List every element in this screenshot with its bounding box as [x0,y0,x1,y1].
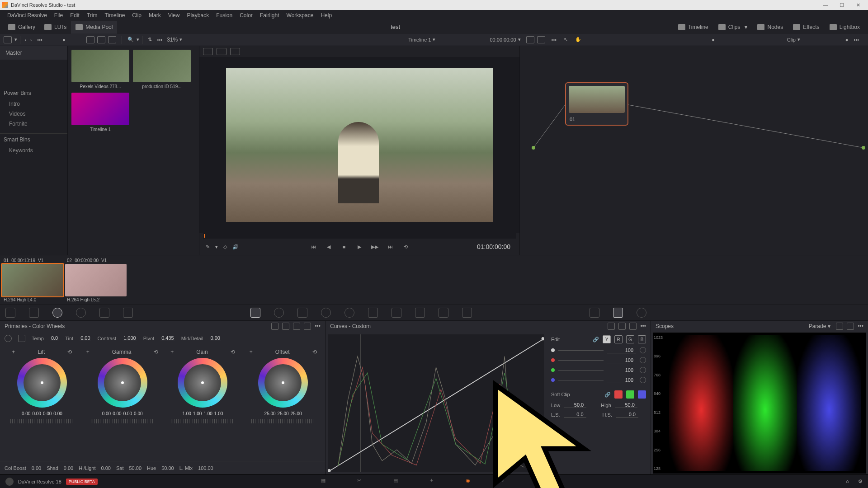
link-icon[interactable]: 🔗 [593,337,599,343]
first-frame-button[interactable]: ⏮ [309,243,317,251]
stop-button[interactable]: ■ [340,243,348,251]
gallery-button[interactable]: Gallery [4,21,40,33]
menu-fairlight[interactable]: Fairlight [256,12,283,19]
link-icon[interactable]: 🔗 [604,392,611,398]
timeline-name[interactable]: Timeline 1 [408,37,431,42]
menu-trim[interactable]: Trim [83,12,101,19]
channel-b[interactable]: B [638,335,646,343]
scrubber[interactable] [203,233,516,239]
close-button[interactable]: ✕ [850,0,866,10]
reset-icon[interactable] [640,377,646,383]
scopes-mode[interactable]: Parade [809,323,826,329]
more-icon[interactable]: ••• [37,37,42,42]
channel-r[interactable]: R [614,335,623,343]
bars-mode-icon[interactable] [282,323,289,330]
camera-raw-icon[interactable] [5,308,15,318]
expand-icon[interactable] [618,323,626,330]
home-icon[interactable] [5,478,14,486]
bin-intro[interactable]: Intro [0,99,67,109]
zoom-value[interactable]: 31% [167,37,178,43]
node-01[interactable]: 01 [565,82,628,126]
pointer-icon[interactable]: ↖ [564,37,568,42]
grid-view-icon[interactable] [97,36,105,43]
bin-view-icon[interactable] [4,36,12,43]
chevron-down-icon[interactable]: ▾ [518,37,521,42]
colboost-value[interactable]: 0.00 [32,465,41,471]
luts-button[interactable]: LUTs [40,21,71,33]
reset-icon[interactable]: ⟲ [312,349,317,355]
expand-icon[interactable] [537,36,545,43]
wheels-mode-icon[interactable] [271,323,278,330]
offset-master-slider[interactable] [251,419,315,423]
bin-keywords[interactable]: Keywords [0,145,67,155]
tint-value[interactable]: 0.00 [80,335,91,341]
list-view-icon[interactable] [108,36,116,43]
channel-y[interactable]: Y [603,335,611,343]
last-frame-button[interactable]: ⏭ [386,243,394,251]
maximize-button[interactable]: ☐ [834,0,850,10]
softclip-r[interactable] [614,390,623,399]
chevron-down-icon[interactable]: ▾ [137,37,139,42]
timeline-button[interactable]: Timeline [674,21,713,33]
gamma-master-slider[interactable] [91,419,154,423]
color-page-icon[interactable]: ◉ [466,478,475,486]
tracker-icon[interactable] [344,308,354,318]
next-frame-button[interactable]: ▶▶ [371,243,379,251]
color-match-icon[interactable] [29,308,39,318]
key-icon[interactable] [415,308,425,318]
thumb-view-icon[interactable] [86,36,94,43]
reset-icon[interactable]: ⟲ [67,349,72,355]
reset-icon[interactable] [640,367,646,373]
y-slider[interactable] [558,350,604,351]
clip-thumb[interactable]: 0200:00:00:00V1 H.264 High L5.2 [65,257,127,303]
menu-view[interactable]: View [165,12,184,19]
menu-edit[interactable]: Edit [66,12,83,19]
curve-canvas[interactable] [328,334,544,472]
menu-playback[interactable]: Playback [183,12,212,19]
media-page-icon[interactable]: ▦ [321,478,330,486]
node-panel[interactable]: 01 [520,46,868,255]
offset-color-wheel[interactable] [258,358,308,408]
search-icon[interactable]: 🔍 [127,37,134,42]
y-intensity[interactable]: 100 [607,347,636,353]
low-value[interactable]: 50.0 [564,402,586,408]
ls-value[interactable]: 0.0 [564,412,586,418]
sort-icon[interactable]: ⇅ [148,37,152,42]
reset-icon[interactable] [629,323,637,330]
reset-icon[interactable] [304,323,311,330]
blur-icon[interactable] [392,308,401,318]
hand-icon[interactable]: ✋ [575,37,581,42]
chevron-down-icon[interactable]: ▾ [179,37,182,42]
chevron-down-icon[interactable]: ▾ [215,244,218,250]
mute-icon[interactable]: 🔊 [232,244,239,250]
hs-value[interactable]: 0.0 [616,412,638,418]
nav-fwd-icon[interactable]: › [30,37,32,42]
chevron-down-icon[interactable]: ▾ [433,37,435,42]
grab-still-icon[interactable]: ✎ [206,244,210,250]
b-intensity[interactable]: 100 [607,377,636,383]
high-value[interactable]: 50.0 [615,402,637,408]
power-bins-header[interactable]: Power Bins [0,87,67,99]
gain-master-slider[interactable] [171,419,234,423]
more-icon[interactable]: ••• [315,323,321,329]
3d-icon[interactable] [462,308,472,318]
mid-value[interactable]: 0.00 [210,335,221,341]
clips-button[interactable]: Clips▾ [714,21,752,33]
play-button[interactable]: ▶ [355,243,363,251]
warper-icon[interactable] [274,308,284,318]
menu-davinci[interactable]: DaVinci Resolve [4,12,51,19]
gamma-color-wheel[interactable] [98,358,147,408]
rgb-mixer-icon[interactable] [99,308,109,318]
window-icon[interactable] [321,308,331,318]
channel-g[interactable]: G [626,335,634,343]
reset-icon[interactable]: ⟲ [154,349,158,355]
loop-button[interactable]: ⟲ [401,243,410,251]
log-mode-icon[interactable] [293,323,300,330]
home-button-icon[interactable]: ⌂ [846,479,849,484]
wand-icon[interactable] [230,48,240,55]
wheels-icon[interactable] [52,308,62,318]
hdr-icon[interactable] [76,308,86,318]
pick-icon[interactable]: + [170,349,174,355]
curves-icon[interactable] [250,308,260,318]
shad-value[interactable]: 0.00 [64,465,73,471]
